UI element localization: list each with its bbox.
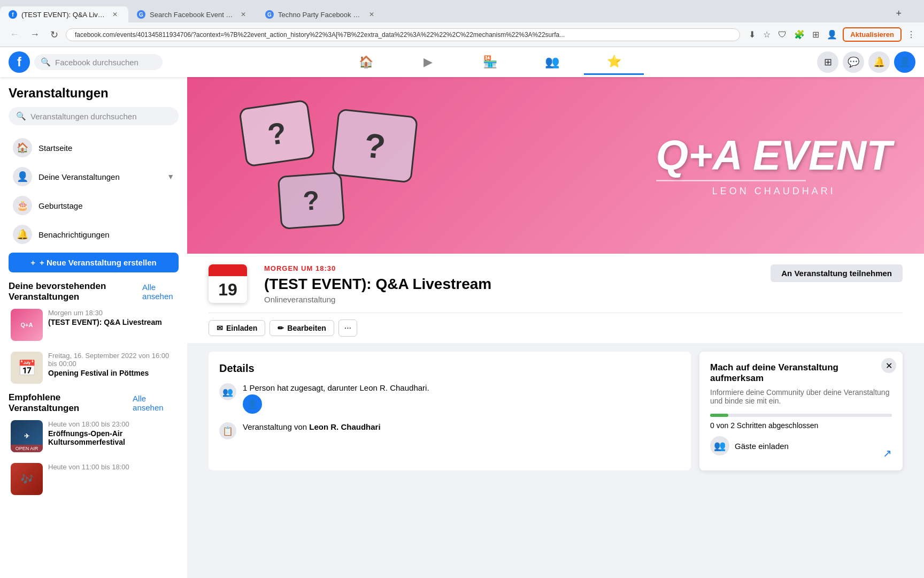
erofn2-thumb: 🎶 [11,463,43,495]
invite-step-icon: 👥 [710,436,729,455]
list-item-qa[interactable]: Q+A Morgen um 18:30 (TEST EVENT): Q&A Li… [9,307,179,343]
bookmark-icon[interactable]: ☆ [761,27,773,42]
sidebar-label-geburtstage: Geburtstage [38,201,83,210]
facebook-nav: 🏠 ▶ 🏪 👥 ⭐ [163,49,817,75]
event-left: 19 MORGEN UM 18:30 (TEST EVENT): Q&A Liv… [209,264,491,304]
tab-1-close[interactable]: ✕ [110,10,120,19]
search-icon: 🔍 [41,57,51,67]
sidebar-item-benachrichtigungen[interactable]: 🔔 Benachrichtigungen [9,220,179,248]
nav-bookmark[interactable]: ⭐ [584,49,644,75]
tab-3-close[interactable]: ✕ [367,10,376,19]
facebook-search-box[interactable]: 🔍 [34,54,163,70]
event-subtitle: Onlineveranstaltung [264,295,491,304]
organizer-label: Veranstaltung von [243,422,307,431]
tab-2-favicon: G [137,10,145,19]
sidebar-search-input[interactable] [30,112,171,121]
opening-event-info: Freitag, 16. September 2022 von 16:00 bi… [48,352,176,384]
bookmark-star-icon: ⭐ [607,55,621,69]
details-title: Details [219,362,680,375]
erofn1-name: Eröffnungs-Open-Air Kultursommerfestival [48,429,176,446]
notification-progress-bar [710,414,728,417]
nav-marketplace[interactable]: 🏪 [460,49,520,75]
notification-close-button[interactable]: ✕ [881,358,896,373]
nav-video[interactable]: ▶ [398,49,458,75]
event-top-row: 19 MORGEN UM 18:30 (TEST EVENT): Q&A Liv… [209,264,903,313]
event-cover: ? ? ? Q+A EVENT LEON CHAUDHARI [187,77,924,254]
edit-button[interactable]: ✏ Bearbeiten [270,320,334,336]
tab-3[interactable]: G Techno Party Facebook Event... ✕ [257,6,385,22]
bubble-1: ? [238,99,315,167]
grid-icon[interactable]: ⊞ [810,27,821,42]
organizer-row: 📋 Veranstaltung von Leon R. Chaudhari [219,422,680,439]
erofn2-date: Heute von 11:00 bis 18:00 [48,463,176,471]
upcoming-see-all[interactable]: Alle ansehen [142,283,179,301]
shield-icon[interactable]: 🛡 [776,28,789,42]
address-input[interactable] [66,28,740,41]
refresh-button[interactable]: ↻ [47,27,61,43]
nav-home[interactable]: 🏠 [336,49,396,75]
attendees-block: 1 Person hat zugesagt, darunter Leon R. … [243,383,429,414]
recommended-title: Empfohlene Veranstaltungen [9,392,133,414]
meine-icon: 👤 [13,167,32,186]
sidebar-search-box[interactable]: 🔍 [9,107,179,125]
more-button[interactable]: ··· [338,320,357,337]
organizer-name: Leon R. Chaudhari [309,422,380,431]
calendar-day: 19 [209,276,247,303]
tab-3-title: Techno Party Facebook Event... [278,11,363,19]
tab-1[interactable]: f (TEST EVENT): Q&A Livestrea... ✕ [0,6,128,22]
list-item-opening[interactable]: 📅 Freitag, 16. September 2022 von 16:00 … [9,349,179,386]
forward-button[interactable]: → [27,27,43,42]
notification-step-row: 👥 Gäste einladen [710,436,892,455]
speech-bubbles-area: ? ? ? [187,77,556,254]
event-actions: ✉ Einladen ✏ Bearbeiten ··· [209,313,903,343]
nav-groups[interactable]: 👥 [522,49,582,75]
sidebar-search-icon: 🔍 [16,111,26,121]
attendee-avatar: 👤 [243,394,262,414]
upcoming-section-header: Deine bevorstehenden Veranstaltungen All… [9,281,179,302]
bubble-2: ? [331,109,418,184]
list-item-erofn1[interactable]: ✈ OPEN AIR Heute von 18:00 bis 23:00 Erö… [9,418,179,454]
facebook-search-input[interactable] [55,58,151,67]
cover-qa-title: Q+A EVENT [656,134,892,176]
browser-actions: ⬇ ☆ 🛡 🧩 ⊞ 👤 Aktualisieren ⋮ [746,27,918,42]
cover-author: LEON CHAUDHARI [656,186,892,197]
tab-2-close[interactable]: ✕ [238,10,248,19]
sidebar-label-startseite: Startseite [38,143,72,153]
sidebar-item-meine[interactable]: 👤 Deine Veranstaltungen ▼ [9,163,179,191]
attendees-icon: 👥 [219,383,236,400]
erofn2-info: Heute von 11:00 bis 18:00 [48,463,176,495]
edit-label: Bearbeiten [287,324,326,332]
sidebar-item-startseite[interactable]: 🏠 Startseite [9,134,179,162]
tab-2[interactable]: G Search Facebook Event Cover... ✕ [128,6,257,22]
event-title: (TEST EVENT): Q&A Livestream [264,276,491,293]
messenger-button[interactable]: 💬 [843,51,864,73]
notification-progress-track [710,414,892,417]
menu-icon[interactable]: ⋮ [905,27,918,42]
join-event-button[interactable]: An Veranstaltung teilnehmen [771,264,903,282]
attendees-text: 1 Person hat zugesagt, darunter Leon R. … [243,383,429,392]
fb-right-actions: ⊞ 💬 🔔 👤 [817,51,915,73]
organizer-icon: 📋 [219,422,236,439]
notification-external-link[interactable]: ↗ [883,447,892,460]
tab-2-title: Search Facebook Event Cover... [150,11,234,19]
extension-icon[interactable]: 🧩 [792,27,807,42]
list-item-erofn2[interactable]: 🎶 Heute von 11:00 bis 18:00 [9,461,179,497]
download-icon[interactable]: ⬇ [746,27,758,42]
invite-button[interactable]: ✉ Einladen [209,320,265,336]
main-content: ? ? ? Q+A EVENT LEON CHAUDHARI [187,77,924,578]
user-avatar[interactable]: 👤 [894,51,915,73]
person-icon[interactable]: 👤 [825,27,840,42]
new-tab-button[interactable]: + [890,5,907,22]
back-button[interactable]: ← [6,27,22,42]
notifications-button[interactable]: 🔔 [868,51,890,73]
erofn1-thumb: ✈ OPEN AIR [11,420,43,452]
create-event-button[interactable]: + + Neue Veranstaltung erstellen [9,253,179,272]
sidebar-item-geburtstage[interactable]: 🎂 Geburtstage [9,192,179,219]
facebook-header: f 🔍 🏠 ▶ 🏪 👥 ⭐ ⊞ 💬 🔔 👤 [0,47,924,77]
video-icon: ▶ [424,55,433,69]
recommended-see-all[interactable]: Alle ansehen [133,394,179,412]
mail-icon: ✉ [217,324,223,332]
apps-button[interactable]: ⊞ [817,51,838,73]
facebook-app: f 🔍 🏠 ▶ 🏪 👥 ⭐ ⊞ 💬 🔔 👤 [0,47,924,578]
update-button[interactable]: Aktualisieren [843,27,902,42]
